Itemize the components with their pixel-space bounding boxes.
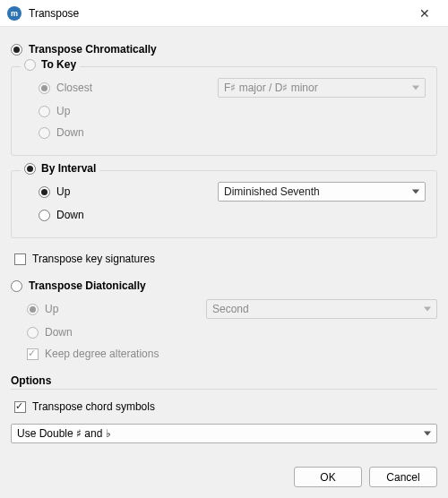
chevron-down-icon xyxy=(412,190,419,194)
radio-label: Transpose Diatonically xyxy=(29,279,146,292)
chevron-down-icon xyxy=(424,432,431,436)
combo-to-key[interactable]: F♯ major / D♯ minor xyxy=(218,78,426,98)
radio-label: Down xyxy=(56,209,84,221)
combo-diatonic-interval[interactable]: Second xyxy=(206,299,437,319)
checkbox-transpose-chord-symbols[interactable]: Transpose chord symbols xyxy=(14,397,437,416)
radio-to-key-up[interactable]: Up xyxy=(39,101,426,121)
combo-by-interval[interactable]: Diminished Seventh xyxy=(218,182,426,202)
checkbox-label: Transpose chord symbols xyxy=(32,400,155,413)
radio-label: Transpose Chromatically xyxy=(29,43,157,56)
checkbox-label: Keep degree alterations xyxy=(45,348,159,360)
radio-icon xyxy=(27,304,39,315)
radio-label: Up xyxy=(56,105,70,117)
chevron-down-icon xyxy=(412,86,419,90)
radio-to-key-down[interactable]: Down xyxy=(39,123,426,142)
app-icon: m xyxy=(7,6,22,21)
radio-icon xyxy=(11,280,22,292)
radio-label: Up xyxy=(56,185,70,198)
radio-icon xyxy=(27,327,39,339)
group-to-key: To Key Closest F♯ major / D♯ minor Up xyxy=(11,66,437,156)
radio-icon xyxy=(11,44,22,56)
checkbox-icon xyxy=(14,401,26,413)
radio-to-key-closest[interactable]: Closest xyxy=(39,78,218,98)
radio-label: Down xyxy=(56,126,84,139)
radio-icon xyxy=(39,210,50,221)
radio-label[interactable]: By Interval xyxy=(41,162,96,175)
checkbox-keep-degree-alterations[interactable]: Keep degree alterations xyxy=(27,344,437,364)
group-title-to-key: To Key xyxy=(21,58,80,73)
ok-button[interactable]: OK xyxy=(294,467,362,487)
cancel-button[interactable]: Cancel xyxy=(369,467,437,487)
checkbox-transpose-key-signatures[interactable]: Transpose key signatures xyxy=(14,249,437,269)
radio-label: Down xyxy=(45,326,73,339)
radio-icon xyxy=(39,186,50,198)
combo-value: F♯ major / D♯ minor xyxy=(224,82,318,94)
radio-label: Up xyxy=(45,303,58,315)
radio-icon xyxy=(39,82,50,94)
window-title: Transpose xyxy=(29,7,409,20)
checkbox-icon xyxy=(14,253,26,265)
radio-icon xyxy=(39,106,50,117)
checkbox-label: Transpose key signatures xyxy=(32,253,155,265)
radio-icon xyxy=(39,127,50,139)
dialog-buttons: OK Cancel xyxy=(11,459,437,487)
radio-diatonic-up[interactable]: Up xyxy=(27,299,206,319)
dialog-body: Transpose Chromatically To Key Closest F… xyxy=(0,27,448,498)
combo-value: Second xyxy=(212,303,249,315)
radio-icon[interactable] xyxy=(24,59,36,71)
group-by-interval: By Interval Up Diminished Seventh Down xyxy=(11,170,437,238)
radio-transpose-chromatically[interactable]: Transpose Chromatically xyxy=(11,39,437,59)
group-title-by-interval: By Interval xyxy=(21,162,99,177)
radio-transpose-diatonically[interactable]: Transpose Diatonically xyxy=(11,276,437,296)
combo-accidentals[interactable]: Use Double ♯ and ♭ xyxy=(11,424,437,443)
radio-label: Closest xyxy=(56,82,92,94)
radio-by-interval-up[interactable]: Up xyxy=(39,182,218,202)
radio-icon[interactable] xyxy=(24,163,36,175)
titlebar: m Transpose ✕ xyxy=(0,0,448,27)
options-heading: Options xyxy=(11,374,437,387)
checkbox-icon xyxy=(27,348,39,360)
combo-value: Diminished Seventh xyxy=(224,185,320,198)
chevron-down-icon xyxy=(424,307,431,312)
close-button[interactable]: ✕ xyxy=(409,3,441,24)
combo-value: Use Double ♯ and ♭ xyxy=(17,427,111,440)
radio-label[interactable]: To Key xyxy=(41,58,76,71)
radio-diatonic-down[interactable]: Down xyxy=(27,322,437,342)
radio-by-interval-down[interactable]: Down xyxy=(39,205,426,225)
